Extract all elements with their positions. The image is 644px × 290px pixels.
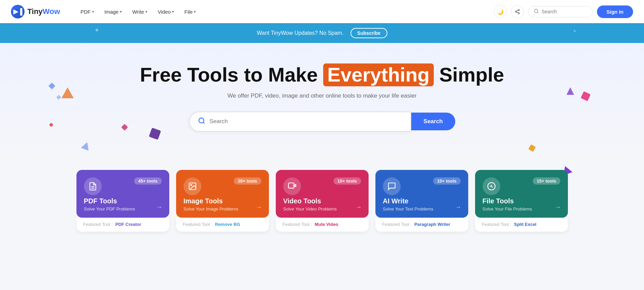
chevron-down-icon: ▾ — [145, 10, 147, 14]
svg-marker-9 — [56, 95, 61, 100]
svg-point-0 — [518, 9, 519, 11]
card-file-bottom: Featured Tool : Split Excel — [475, 217, 568, 232]
card-file-info: File Tools Solve Your File Problems — [483, 197, 560, 212]
image-featured-link[interactable]: Remove BG — [215, 222, 240, 227]
card-pdf-top: 45+ tools PDF Tools Solve Your PDF Probl… — [76, 170, 169, 218]
deco-blue-diamond1 — [48, 83, 55, 91]
navbar: ▶▐ TinyWow PDF ▾ Image ▾ Write ▾ Video ▾… — [0, 0, 644, 23]
ai-arrow-icon: → — [455, 204, 461, 211]
video-arrow-icon: → — [356, 204, 362, 211]
logo[interactable]: ▶▐ TinyWow — [11, 5, 60, 18]
nav-search-bar[interactable] — [528, 6, 593, 17]
banner-text: Want TinyWow Updates? No Spam. — [257, 30, 343, 36]
card-ai-header: 10+ tools — [383, 177, 461, 195]
deco-orange-triangle — [61, 87, 74, 98]
card-ai-info: AI Write Solve Your Text Problems — [383, 197, 461, 212]
chevron-down-icon: ▾ — [92, 10, 94, 14]
card-ai-bottom: Featured Tool : Paragraph Writer — [375, 217, 468, 232]
nav-search-input[interactable] — [542, 9, 587, 14]
file-arrow-icon: → — [555, 204, 561, 211]
deco-blue-diamond2 — [56, 95, 61, 101]
ai-icon — [383, 177, 401, 195]
video-icon — [283, 177, 301, 195]
file-badge: 15+ tools — [533, 177, 560, 185]
share-icon — [515, 9, 520, 14]
card-image-top: 30+ tools Image Tools Solve Your Image P… — [176, 170, 269, 218]
image-badge: 30+ tools — [234, 177, 261, 185]
card-pdf-header: 45+ tools — [84, 177, 162, 195]
card-image[interactable]: 30+ tools Image Tools Solve Your Image P… — [176, 170, 269, 232]
card-pdf-info: PDF Tools Solve Your PDF Problems — [84, 197, 162, 212]
nav-item-pdf[interactable]: PDF ▾ — [76, 7, 98, 17]
dark-mode-button[interactable]: 🌙 — [494, 5, 507, 18]
nav-links: PDF ▾ Image ▾ Write ▾ Video ▾ File ▾ — [76, 7, 494, 17]
svg-line-4 — [517, 10, 518, 11]
pdf-icon — [84, 177, 102, 195]
svg-point-1 — [515, 11, 517, 12]
banner-decoration-dot2 — [574, 30, 576, 32]
card-ai[interactable]: 10+ tools AI Write Solve Your Text Probl… — [375, 170, 468, 232]
card-video[interactable]: 10+ tools Video Tools Solve Your Video P… — [276, 170, 369, 232]
pdf-badge: 45+ tools — [134, 177, 162, 185]
search-icon — [198, 117, 205, 126]
card-pdf-bottom: Featured Tool : PDF Creator — [76, 217, 169, 232]
svg-point-5 — [534, 9, 538, 12]
svg-point-15 — [190, 185, 191, 186]
ai-badge: 10+ tools — [433, 177, 461, 185]
svg-line-3 — [517, 12, 518, 13]
update-banner: Want TinyWow Updates? No Spam. Subscribe — [0, 23, 644, 43]
ai-featured-link[interactable]: Paragraph Writer — [414, 222, 450, 227]
hero-search-bar[interactable] — [189, 112, 411, 132]
chevron-down-icon: ▾ — [194, 10, 196, 14]
card-video-top: 10+ tools Video Tools Solve Your Video P… — [276, 170, 369, 218]
tool-cards-section: 45+ tools PDF Tools Solve Your PDF Probl… — [0, 159, 644, 245]
pdf-arrow-icon: → — [156, 204, 162, 211]
deco-pink-gem — [121, 124, 128, 131]
card-file-header: 15+ tools — [483, 177, 560, 195]
card-pdf[interactable]: 45+ tools PDF Tools Solve Your PDF Probl… — [76, 170, 169, 232]
image-arrow-icon: → — [256, 204, 262, 211]
svg-point-10 — [199, 118, 204, 123]
subscribe-button[interactable]: Subscribe — [350, 28, 387, 38]
pdf-featured-link[interactable]: PDF Creator — [115, 222, 141, 227]
deco-red-dot — [49, 123, 53, 127]
banner-decoration-dot1 — [96, 29, 98, 31]
deco-orange-square — [528, 144, 536, 152]
file-featured-link[interactable]: Split Excel — [514, 222, 536, 227]
image-icon — [184, 177, 201, 195]
card-image-bottom: Featured Tool : Remove BG — [176, 217, 269, 232]
chevron-down-icon: ▾ — [120, 10, 122, 14]
nav-item-file[interactable]: File ▾ — [180, 7, 200, 17]
hero-search-button[interactable]: Search — [411, 113, 455, 130]
deco-blue-triangle — [81, 141, 91, 151]
nav-item-write[interactable]: Write ▾ — [128, 7, 152, 17]
video-badge: 10+ tools — [333, 177, 361, 185]
hero-subtitle: We offer PDF, video, image and other onl… — [11, 92, 633, 99]
card-file[interactable]: 15+ tools File Tools Solve Your File Pro… — [475, 170, 568, 232]
card-file-top: 15+ tools File Tools Solve Your File Pro… — [475, 170, 568, 218]
nav-item-image[interactable]: Image ▾ — [100, 7, 126, 17]
search-icon — [534, 9, 539, 15]
cards-grid: 45+ tools PDF Tools Solve Your PDF Probl… — [76, 170, 568, 232]
hero-title: Free Tools to Make Everything Simple — [11, 63, 633, 86]
logo-icon: ▶▐ — [11, 5, 25, 18]
sign-in-button[interactable]: Sign In — [597, 5, 633, 18]
hero-search-container: Search — [189, 112, 455, 132]
nav-right: 🌙 Sign In — [494, 5, 633, 18]
hero-section: Free Tools to Make Everything Simple We … — [0, 43, 644, 159]
svg-line-6 — [537, 12, 538, 13]
svg-line-11 — [203, 122, 204, 124]
deco-purple-box — [149, 128, 161, 140]
share-button[interactable] — [511, 5, 524, 18]
svg-marker-7 — [567, 87, 574, 95]
card-ai-top: 10+ tools AI Write Solve Your Text Probl… — [375, 170, 468, 218]
logo-text: TinyWow — [27, 7, 60, 16]
video-featured-link[interactable]: Mute Video — [315, 222, 338, 227]
card-video-bottom: Featured Tool : Mute Video — [276, 217, 369, 232]
card-video-header: 10+ tools — [283, 177, 361, 195]
chevron-down-icon: ▾ — [172, 10, 174, 14]
card-video-info: Video Tools Solve Your Video Problems — [283, 197, 361, 212]
hero-search-input[interactable] — [210, 118, 402, 125]
svg-point-2 — [518, 13, 519, 14]
nav-item-video[interactable]: Video ▾ — [154, 7, 178, 17]
